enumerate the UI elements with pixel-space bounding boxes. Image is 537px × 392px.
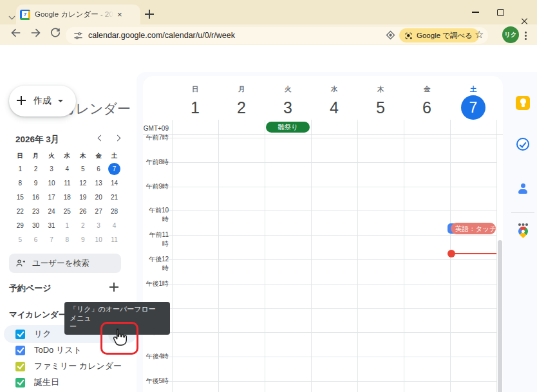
window-minimize-icon[interactable] (472, 12, 479, 13)
tab-title: Google カレンダー - 2026年 3月 1 (35, 10, 113, 19)
calendar-list-item[interactable]: 誕生日 (0, 374, 137, 391)
browser-tab[interactable]: 7 Google カレンダー - 2026年 3月 1 × (16, 5, 140, 24)
current-time-line (451, 253, 496, 254)
minical-day[interactable]: 5 (12, 232, 28, 247)
calendar-checkbox[interactable] (15, 362, 25, 371)
get-addons-icon[interactable] (518, 223, 521, 226)
google-lens-icon (404, 32, 413, 40)
keep-icon[interactable] (516, 96, 530, 110)
minical-day[interactable]: 12 (75, 176, 91, 190)
search-with-google-chip[interactable]: Google で調べる (399, 28, 479, 42)
calendar-label: 誕生日 (34, 377, 59, 388)
minical-day[interactable]: 10 (44, 176, 59, 190)
calendar-favicon: 7 (20, 10, 30, 20)
minical-weekday-row: 日 月 火 水 木 金 土 (12, 152, 122, 160)
minical-day[interactable]: 25 (59, 204, 75, 218)
minical-day[interactable]: 1 (59, 218, 75, 232)
minical-day[interactable]: 6 (91, 162, 106, 176)
hour-label: 午前9時 (143, 182, 169, 191)
reload-icon[interactable] (49, 26, 62, 39)
contacts-icon[interactable] (518, 183, 528, 194)
minical-day[interactable]: 23 (28, 204, 43, 218)
minical-day[interactable]: 30 (28, 218, 43, 232)
hour-label: 午後12時 (143, 255, 169, 264)
calendar-checkbox[interactable] (15, 378, 25, 387)
minical-day[interactable]: 8 (12, 176, 28, 190)
minical-day[interactable]: 27 (91, 204, 106, 218)
current-time-dot (448, 250, 455, 257)
minical-day[interactable]: 3 (44, 162, 59, 176)
minical-day[interactable]: 22 (12, 204, 28, 218)
minical-day[interactable]: 17 (44, 190, 59, 204)
allday-event[interactable]: 雛祭り (266, 122, 310, 133)
tab-close-icon[interactable]: × (117, 10, 122, 19)
minical-day[interactable]: 9 (75, 232, 91, 247)
minical-day-today[interactable]: 7 (106, 162, 122, 176)
minical-day[interactable]: 4 (106, 218, 122, 232)
timezone-label: GMT+09 (143, 124, 169, 133)
minical-day[interactable]: 16 (28, 190, 43, 204)
calendar-list-item[interactable]: ファミリー カレンダー (0, 358, 137, 375)
minical-day[interactable]: 28 (106, 204, 122, 218)
week-view-card: 日 月 火 水 木 金 土 1 2 3 4 5 6 7 GMT+09 雛祭り 午… (143, 76, 503, 392)
minical-day[interactable]: 2 (28, 162, 43, 176)
minical-day[interactable]: 19 (75, 190, 91, 204)
minical-day[interactable]: 9 (28, 176, 43, 190)
minical-day[interactable]: 10 (91, 232, 106, 247)
site-settings-icon[interactable] (73, 31, 83, 41)
minical-day[interactable]: 21 (106, 190, 122, 204)
minical-day[interactable]: 6 (28, 232, 43, 247)
timed-event[interactable]: 英語：タッチ (451, 223, 496, 234)
day-number[interactable]: 2 (237, 98, 246, 117)
today-day-number[interactable]: 7 (461, 95, 485, 120)
url-text: calendar.google.com/calendar/u/0/r/week (88, 31, 235, 40)
tasks-icon[interactable] (516, 138, 529, 151)
day-number[interactable]: 3 (283, 98, 292, 117)
browser-profile-avatar[interactable]: リク (502, 26, 519, 43)
minical-prev-icon[interactable] (98, 135, 104, 142)
bookmark-star-icon[interactable]: ☆ (475, 28, 484, 41)
minical-day[interactable]: 18 (59, 190, 75, 204)
minical-day[interactable]: 20 (91, 190, 106, 204)
minical-day[interactable]: 3 (91, 218, 106, 232)
minical-day[interactable]: 31 (44, 218, 59, 232)
booking-pages-label: 予約ページ (9, 283, 52, 294)
minical-day[interactable]: 13 (91, 176, 106, 190)
browser-menu-icon[interactable] (525, 32, 527, 33)
minical-day[interactable]: 5 (75, 162, 91, 176)
minical-day[interactable]: 8 (59, 232, 75, 247)
calendar-checkbox[interactable] (15, 330, 25, 339)
today-day-name: 土 (450, 85, 496, 94)
minical-day[interactable]: 29 (12, 218, 28, 232)
minical-day[interactable]: 14 (106, 176, 122, 190)
minical-day[interactable]: 11 (59, 176, 75, 190)
back-icon[interactable] (9, 26, 22, 39)
minical-day[interactable]: 2 (75, 218, 91, 232)
day-number[interactable]: 4 (330, 98, 339, 117)
create-button[interactable]: 作成 (9, 86, 76, 117)
minical-day[interactable]: 15 (12, 190, 28, 204)
day-number[interactable]: 1 (191, 98, 200, 117)
minical-day[interactable]: 4 (59, 162, 75, 176)
reading-mode-icon[interactable] (385, 30, 396, 41)
search-users-field[interactable]: ユーザーを検索 (9, 254, 121, 273)
minical-day[interactable]: 1 (12, 162, 28, 176)
hour-label: 午前10時 (143, 206, 169, 215)
add-booking-page-icon[interactable] (109, 283, 118, 292)
day-number-row: 1 2 3 4 5 6 7 (172, 94, 496, 121)
panel-divider (511, 212, 534, 213)
day-number[interactable]: 6 (422, 98, 431, 117)
minical-day[interactable]: 24 (44, 204, 59, 218)
week-grid[interactable]: 午前7時 午前8時 午前9時 午前10時 午前11時 午後12時 午後1時 午後… (143, 135, 503, 392)
minical-day[interactable]: 11 (106, 232, 122, 247)
minical-day[interactable]: 26 (75, 204, 91, 218)
new-tab-icon[interactable] (145, 10, 154, 19)
grid-scrollbar[interactable] (498, 240, 502, 392)
window-maximize-icon[interactable] (497, 9, 504, 16)
minical-next-icon[interactable] (115, 135, 121, 142)
day-number[interactable]: 5 (376, 98, 385, 117)
tab-search-chevron-icon[interactable] (10, 10, 14, 21)
forward-icon[interactable] (30, 26, 42, 39)
calendar-checkbox[interactable] (15, 346, 25, 355)
minical-day[interactable]: 7 (44, 232, 59, 247)
